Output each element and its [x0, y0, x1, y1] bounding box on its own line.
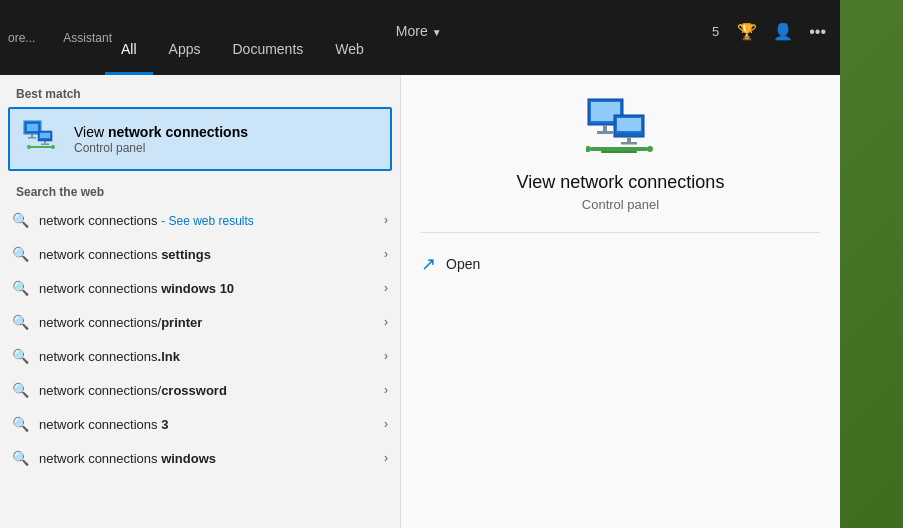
best-match-text: View network connections Control panel: [74, 123, 248, 155]
search-web-label: Search the web: [0, 175, 400, 203]
result-text-6: network connections 3: [39, 417, 380, 432]
chevron-right-icon-5: ›: [384, 383, 388, 397]
top-bar: ore... Assistant All Apps Documents Web …: [0, 0, 840, 75]
tab-web[interactable]: Web: [319, 0, 380, 75]
chevron-right-icon-1: ›: [384, 247, 388, 261]
result-item-5[interactable]: 🔍 network connections/crossword ›: [0, 373, 400, 407]
result-text-3: network connections/printer: [39, 315, 380, 330]
svg-point-26: [647, 146, 653, 152]
network-connections-icon: [22, 119, 62, 159]
chevron-down-icon: ▼: [432, 27, 442, 38]
main-content: Best match: [0, 75, 840, 528]
svg-rect-23: [621, 142, 637, 145]
chevron-right-icon-4: ›: [384, 349, 388, 363]
best-match-title: View network connections: [74, 123, 248, 141]
chevron-right-icon-7: ›: [384, 451, 388, 465]
chevron-right-icon-6: ›: [384, 417, 388, 431]
result-text-1: network connections settings: [39, 247, 380, 262]
search-icon-2: 🔍: [12, 280, 29, 296]
result-item-3[interactable]: 🔍 network connections/printer ›: [0, 305, 400, 339]
right-panel: View network connections Control panel ↗…: [400, 75, 840, 528]
svg-rect-11: [30, 146, 52, 148]
right-panel-icon-container: [421, 95, 820, 160]
svg-rect-3: [27, 124, 38, 131]
search-icon-7: 🔍: [12, 450, 29, 466]
ore-label: ore...: [8, 31, 35, 45]
search-icon-1: 🔍: [12, 246, 29, 262]
search-icon-4: 🔍: [12, 348, 29, 364]
svg-rect-24: [590, 147, 648, 151]
svg-rect-9: [44, 141, 46, 144]
svg-rect-18: [597, 131, 613, 134]
best-match-subtitle: Control panel: [74, 141, 248, 155]
result-text-5: network connections/crossword: [39, 383, 380, 398]
result-item-1[interactable]: 🔍 network connections settings ›: [0, 237, 400, 271]
top-bar-right: 5 🏆 👤 •••: [704, 18, 840, 57]
open-icon: ↗: [421, 253, 436, 275]
svg-rect-27: [601, 151, 637, 153]
result-text-7: network connections windows: [39, 451, 380, 466]
chevron-right-icon-2: ›: [384, 281, 388, 295]
svg-point-13: [51, 145, 55, 149]
search-icon-5: 🔍: [12, 382, 29, 398]
result-item-2[interactable]: 🔍 network connections windows 10 ›: [0, 271, 400, 305]
divider: [421, 232, 820, 233]
search-icon-3: 🔍: [12, 314, 29, 330]
result-item-0[interactable]: 🔍 network connections - See web results …: [0, 203, 400, 237]
chevron-right-icon-0: ›: [384, 213, 388, 227]
search-icon-0: 🔍: [12, 212, 29, 228]
result-item-7[interactable]: 🔍 network connections windows ›: [0, 441, 400, 475]
tab-all[interactable]: All: [105, 0, 153, 75]
search-icon-6: 🔍: [12, 416, 29, 432]
svg-rect-17: [603, 125, 607, 131]
tabs-container: All Apps Documents Web More ▼: [50, 0, 458, 75]
svg-rect-10: [41, 144, 49, 146]
top-bar-left: ore... Assistant: [0, 0, 112, 75]
tab-more[interactable]: More ▼: [380, 0, 458, 75]
person-icon[interactable]: 👤: [767, 18, 799, 45]
more-options-icon[interactable]: •••: [803, 19, 832, 45]
svg-point-25: [586, 146, 591, 152]
right-panel-subtitle: Control panel: [421, 197, 820, 212]
result-item-4[interactable]: 🔍 network connections.lnk ›: [0, 339, 400, 373]
tab-documents[interactable]: Documents: [216, 0, 319, 75]
svg-point-12: [27, 145, 31, 149]
result-text-2: network connections windows 10: [39, 281, 380, 296]
right-panel-title: View network connections: [421, 172, 820, 193]
svg-rect-22: [627, 137, 631, 142]
svg-rect-5: [28, 137, 36, 139]
svg-rect-4: [31, 134, 33, 137]
result-text-0: network connections - See web results: [39, 213, 380, 228]
svg-rect-8: [40, 133, 50, 138]
result-item-6[interactable]: 🔍 network connections 3 ›: [0, 407, 400, 441]
best-match-label: Best match: [0, 75, 400, 107]
result-count-badge: 5: [704, 20, 727, 43]
best-match-item[interactable]: View network connections Control panel: [8, 107, 392, 171]
open-label: Open: [446, 256, 480, 272]
right-panel-network-icon: [586, 95, 656, 160]
search-panel: ore... Assistant All Apps Documents Web …: [0, 0, 840, 528]
result-text-4: network connections.lnk: [39, 349, 380, 364]
tab-apps[interactable]: Apps: [153, 0, 217, 75]
trophy-icon[interactable]: 🏆: [731, 18, 763, 45]
open-action[interactable]: ↗ Open: [421, 249, 820, 279]
left-panel: Best match: [0, 75, 400, 528]
svg-rect-21: [617, 118, 641, 131]
chevron-right-icon-3: ›: [384, 315, 388, 329]
